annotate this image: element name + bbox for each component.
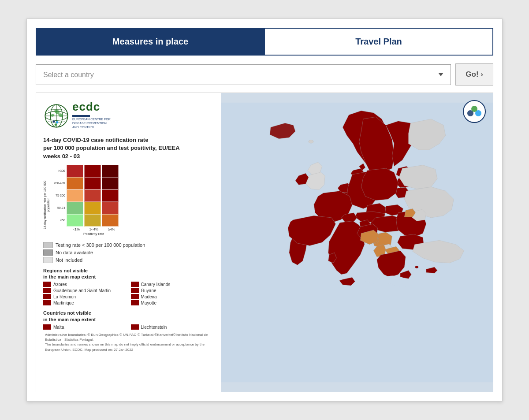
- region-item-martinique: Martinique: [43, 300, 127, 305]
- matrix-inner: >300 200-499: [52, 165, 120, 236]
- region-label-reunion: La Reunion: [53, 294, 76, 299]
- svg-point-5: [52, 121, 55, 123]
- legend-label-1: No data available: [56, 250, 93, 255]
- countries-title: Countries not visiblein the main map ext…: [43, 310, 214, 323]
- matrix-cells-4: [67, 202, 119, 214]
- map-title-line1: 14-day COVID-19 case notification rate: [43, 137, 148, 143]
- matrix-row-5: <50: [52, 214, 120, 227]
- matrix-cell-1-1: [67, 165, 83, 177]
- region-box-reunion: [43, 294, 51, 299]
- map-title-line3: weeks 02 - 03: [43, 153, 80, 160]
- country-box-liechtenstein: [131, 324, 139, 330]
- legend-item-1: No data available: [43, 249, 214, 256]
- region-item-mayotte: Mayotte: [131, 300, 214, 305]
- matrix-cell-3-2: [84, 190, 101, 202]
- map-title-line2: per 100 000 population and test positivi…: [43, 145, 180, 151]
- svg-point-13: [415, 266, 418, 268]
- matrix-cells-2: [67, 177, 119, 190]
- region-item-canary: Canary Islands: [131, 282, 214, 287]
- matrix-x-label-3: ≥4%: [103, 227, 120, 231]
- region-label-mayotte: Mayotte: [141, 301, 157, 305]
- legend-section: Testing rate < 300 per 100 000 populatio…: [43, 242, 214, 263]
- region-label-canary: Canary Islands: [141, 282, 171, 287]
- ecdc-globe-icon: [43, 103, 70, 129]
- svg-point-10: [471, 106, 477, 112]
- ecdc-dots-icon: [466, 105, 483, 118]
- go-button[interactable]: Go! ›: [455, 63, 493, 85]
- region-label-guadeloupe: Guadeloupe and Saint Martin: [53, 288, 111, 293]
- country-box-malta: [43, 324, 51, 330]
- matrix-row-3: 75-300: [52, 190, 120, 202]
- selector-row: Select a country Go! ›: [36, 63, 493, 85]
- matrix-cell-5-1: [67, 214, 83, 227]
- matrix-cell-2-2: [84, 177, 101, 190]
- matrix-row-label-2: 200-499: [52, 182, 67, 185]
- matrix-cell-1-2: [84, 165, 101, 177]
- region-item-guyane: Guyane: [131, 288, 214, 293]
- main-container: Measures in place Travel Plan Select a c…: [26, 19, 503, 401]
- matrix-row-label-4: 50-74: [52, 206, 67, 209]
- region-box-canary: [131, 282, 139, 287]
- svg-point-6: [56, 121, 58, 123]
- region-label-guyane: Guyane: [141, 288, 156, 293]
- legend-box-2: [43, 257, 53, 263]
- region-item-madeira: Madeira: [131, 294, 214, 299]
- ecdc-full-name: EUROPEAN CENTRE FORDISEASE PREVENTIONAND…: [72, 117, 111, 129]
- legend-label-0: Testing rate < 300 per 100 000 populatio…: [56, 242, 145, 248]
- matrix-row-4: 50-74: [52, 202, 120, 214]
- matrix-row-1: >300: [52, 165, 120, 177]
- main-content: ecdc EUROPEAN CENTRE FORDISEASE PREVENTI…: [36, 93, 493, 392]
- tab-measures-label: Measures in place: [112, 37, 188, 46]
- ecdc-logo: ecdc EUROPEAN CENTRE FORDISEASE PREVENTI…: [43, 100, 214, 129]
- region-label-madeira: Madeira: [141, 294, 157, 299]
- legend-item-2: Not included: [43, 257, 214, 263]
- matrix-x-label-1: <1%: [68, 227, 85, 231]
- matrix-cell-4-3: [102, 202, 119, 214]
- matrix-cell-4-1: [67, 202, 83, 214]
- matrix-row-label-3: 75-300: [52, 194, 67, 197]
- matrix-row-2: 200-499: [52, 177, 120, 190]
- matrix-cell-3-3: [102, 190, 119, 202]
- tab-travel-label: Travel Plan: [355, 37, 402, 46]
- matrix-cells-5: [67, 214, 119, 227]
- go-button-label: Go! ›: [466, 70, 483, 78]
- matrix-x-title: Positivity rate: [68, 232, 120, 236]
- region-label-martinique: Martinique: [53, 301, 74, 305]
- matrix-y-label: 14-day notification rate per 100 000 pop…: [43, 174, 51, 236]
- tab-bar: Measures in place Travel Plan: [36, 28, 493, 56]
- region-box-guadeloupe: [43, 288, 51, 293]
- matrix-cell-5-2: [84, 214, 101, 227]
- svg-point-7: [55, 123, 57, 126]
- region-label-azores: Azores: [53, 282, 67, 287]
- region-box-mayotte: [131, 300, 139, 305]
- matrix-cell-5-3: [102, 214, 119, 227]
- attribution: Administrative boundaries: © EuroGeograp…: [43, 332, 214, 352]
- matrix-cells-1: [67, 165, 119, 177]
- region-box-guyane: [131, 288, 139, 293]
- matrix-cell-1-3: [102, 165, 119, 177]
- country-label-liechtenstein: Liechtenstein: [141, 325, 167, 330]
- country-label-malta: Malta: [53, 325, 64, 330]
- legend-label-2: Not included: [56, 257, 82, 263]
- matrix-cell-3-1: [67, 190, 83, 202]
- svg-point-14: [309, 140, 313, 143]
- matrix-row-label-5: <50: [52, 219, 67, 222]
- region-box-azores: [43, 282, 51, 287]
- tab-measures[interactable]: Measures in place: [37, 29, 264, 55]
- region-item-guadeloupe: Guadeloupe and Saint Martin: [43, 288, 127, 293]
- matrix-x-labels: <1% 1<4% ≥4%: [68, 227, 120, 231]
- ecdc-acronym: ecdc: [72, 100, 111, 114]
- map-area: [221, 93, 493, 392]
- ecdc-circle-logo: [463, 100, 486, 123]
- country-item-liechtenstein: Liechtenstein: [131, 324, 214, 330]
- matrix-x-label-2: 1<4%: [86, 227, 102, 231]
- left-panel: ecdc EUROPEAN CENTRE FORDISEASE PREVENTI…: [36, 93, 221, 392]
- matrix-cell-2-3: [102, 177, 119, 190]
- matrix-cells-3: [67, 190, 119, 202]
- country-item-malta: Malta: [43, 324, 127, 330]
- tab-travel[interactable]: Travel Plan: [264, 29, 492, 55]
- legend-box-0: [43, 242, 53, 248]
- europe-map-svg: [221, 93, 493, 392]
- country-select[interactable]: Select a country: [36, 64, 451, 85]
- region-box-martinique: [43, 300, 51, 305]
